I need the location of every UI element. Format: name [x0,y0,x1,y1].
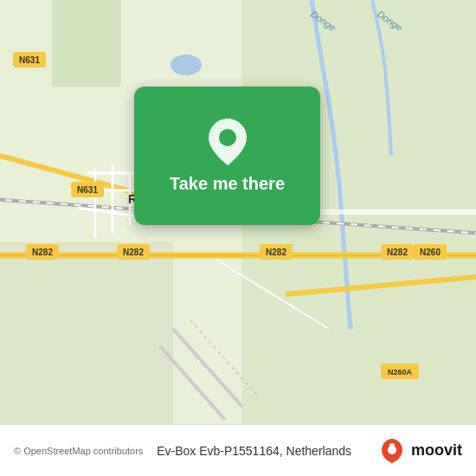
popup-card[interactable]: Take me there [134,87,320,225]
svg-text:N282: N282 [123,248,144,257]
location-name: Ev-Box Evb-P1551164, Netherlands [157,444,351,458]
bottom-bar: © OpenStreetMap contributors Ev-Box Evb-… [0,424,476,476]
moovit-logo: moovit [378,437,462,465]
map-pin-icon [209,119,247,165]
svg-point-5 [170,55,202,75]
svg-text:N631: N631 [77,185,98,195]
take-me-there-button[interactable]: Take me there [170,174,285,194]
svg-text:N260: N260 [420,248,441,257]
svg-rect-4 [52,0,121,87]
svg-point-44 [219,129,236,146]
svg-point-46 [389,443,395,448]
svg-text:N282: N282 [266,248,286,257]
svg-text:N282: N282 [32,248,53,257]
moovit-logo-text: moovit [411,441,462,460]
svg-text:N260A: N260A [388,368,413,376]
moovit-icon [378,437,406,465]
osm-credit: © OpenStreetMap contributors [14,446,143,456]
svg-text:N282: N282 [387,248,408,257]
svg-text:N631: N631 [19,55,40,65]
map-container: N631 N631 N282 N282 N282 N282 N260 N260A… [0,0,476,424]
location-info: © OpenStreetMap contributors Ev-Box Evb-… [14,444,351,458]
svg-rect-3 [0,242,173,424]
